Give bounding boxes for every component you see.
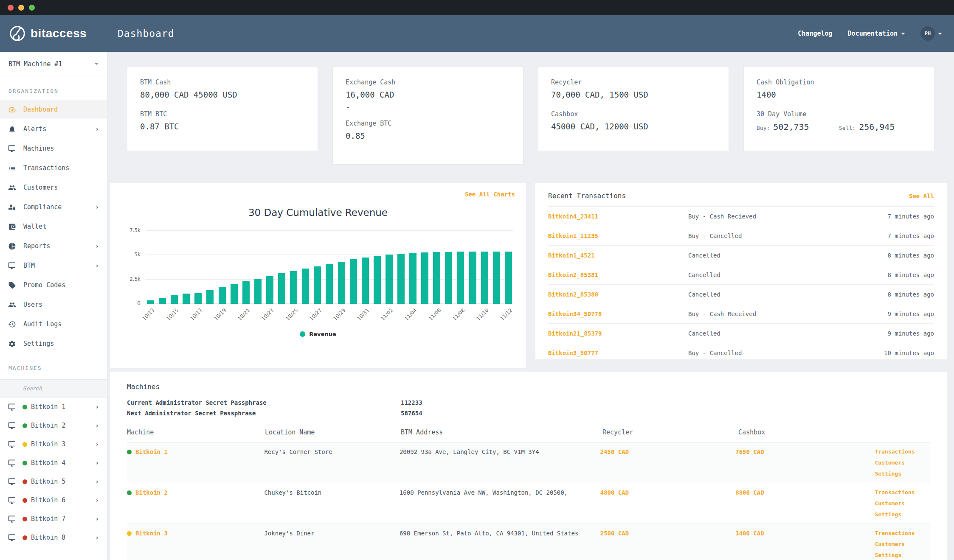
column-header-location: Location Name [265,428,401,436]
sidebar-machine-item[interactable]: Bitkoin 8 › [0,528,107,547]
transaction-id-link[interactable]: Bitkoin2_85380 [548,291,688,298]
machine-label: Bitkoin 8 [31,534,65,541]
chevron-right-icon: › [96,204,99,210]
revenue-bar [242,281,250,304]
customers-link[interactable]: Customers [875,541,905,547]
machine-name-link[interactable]: Bitkoin 3 [135,530,168,537]
sidebar-item-users[interactable]: Users [0,295,107,314]
sidebar-item-wallet[interactable]: Wallet [0,217,107,236]
search-input[interactable] [22,385,87,392]
documentation-menu[interactable]: Documentation [848,30,905,37]
transactions-link[interactable]: Transactions [875,448,915,455]
machine-cashbox-value[interactable]: 8800 CAD [735,489,875,518]
settings-link[interactable]: Settings [875,552,902,558]
x-tick [278,304,285,330]
transaction-row: Bitkoin34_50778 Buy - Cash Received 9 mi… [548,304,934,324]
transaction-id-link[interactable]: Bitkoin2_85381 [548,272,688,278]
pie-chart-icon [8,242,16,250]
sidebar-item-customers[interactable]: Customers [0,178,107,197]
column-header-cashbox: Cashbox [738,428,878,436]
customers-link[interactable]: Customers [875,500,905,507]
transaction-id-link[interactable]: Bitkoin21_85379 [548,330,688,337]
sidebar-item-promo-codes[interactable]: Promo Codes [0,275,107,295]
stat-value: 45000 CAD, 12000 USD [551,122,716,131]
machine-label: Bitkoin 7 [31,515,65,523]
machine-actions: TransactionsCustomersSettings [875,489,930,518]
avatar[interactable]: PH [920,26,935,41]
machine-recycler-value[interactable]: 2450 CAD [600,448,735,478]
y-tick-label: 5k [134,252,141,258]
settings-link[interactable]: Settings [875,470,902,477]
user-menu[interactable]: PH [920,26,942,41]
transactions-link[interactable]: Transactions [875,530,915,536]
stat-label: Exchange BTC [346,120,510,127]
x-tick: 11/12 [505,304,512,330]
sidebar-machine-item[interactable]: Bitkoin 4 › [0,454,107,472]
revenue-bar [469,252,476,304]
sidebar-item-dashboard[interactable]: Dashboard [0,100,107,119]
sidebar-machine-item[interactable]: Bitkoin 3 › [0,435,107,454]
bell-icon [8,125,16,133]
settings-link[interactable]: Settings [875,511,902,518]
machine-table-row: Bitkoin 3 Jokney's Diner 698 Emerson St,… [127,524,930,560]
nav-item-label: Machines [23,145,54,152]
sidebar-item-compliance[interactable]: Compliance › [0,197,107,217]
sidebar-item-btm[interactable]: BTM › [0,256,107,275]
brand[interactable]: bitaccess [0,25,107,42]
bitaccess-logo-icon [8,25,26,42]
users-icon [8,301,16,309]
chevron-right-icon: › [96,515,99,522]
window-close-button[interactable] [8,5,14,11]
monitor-icon [8,459,16,467]
transactions-link[interactable]: Transactions [875,489,915,496]
machine-cashbox-value[interactable]: 7650 CAD [735,448,875,478]
see-all-transactions-link[interactable]: See All [909,193,934,199]
transaction-id-link[interactable]: Bitkoin3_50777 [548,350,688,356]
transaction-id-link[interactable]: Bitkoin34_50778 [548,311,688,317]
transaction-id-link[interactable]: Bitkoin4_23411 [548,213,688,220]
transaction-row: Bitkoin2_85381 Cancelled 8 minutes ago [548,265,934,285]
wallet-icon [8,223,16,231]
changelog-link[interactable]: Changelog [798,30,832,37]
sidebar-item-alerts[interactable]: Alerts › [0,119,107,139]
machine-selector-dropdown[interactable]: BTM Machine #1 [0,52,107,76]
sidebar-item-audit-logs[interactable]: Audit Logs [0,314,107,334]
transaction-id-link[interactable]: Bitkoin1_4521 [548,252,688,259]
x-tick: 10/23 [266,304,273,330]
customers-link[interactable]: Customers [875,459,905,466]
chevron-right-icon: › [96,534,99,541]
machine-name-link[interactable]: Bitkoin 1 [135,448,168,455]
machine-name-link[interactable]: Bitkoin 2 [135,489,168,496]
transaction-time: 7 minutes ago [887,213,934,220]
revenue-bar [350,259,357,304]
machine-location: Recy's Corner Store [264,448,399,478]
status-dot [23,498,27,503]
machine-recycler-value[interactable]: 4800 CAD [600,489,735,518]
sidebar-machine-item[interactable]: Bitkoin 1 › [0,398,107,416]
main-content: BTM Cash 80,000 CAD 45000 USD BTM BTC 0.… [107,52,954,560]
window-zoom-button[interactable] [29,5,35,11]
sidebar-machine-item[interactable]: Bitkoin 5 › [0,472,107,491]
chart-legend[interactable]: Revenue [121,331,515,337]
x-tick: 10/17 [194,304,202,330]
transaction-row: Bitkoin1_11235 Buy - Cancelled 7 minutes… [548,226,934,246]
see-all-charts-link[interactable]: See All Charts [121,191,515,198]
transaction-id-link[interactable]: Bitkoin1_11235 [548,232,688,239]
machine-cashbox-value[interactable]: 1400 CAD [735,530,875,559]
sidebar-machine-item[interactable]: Bitkoin 6 › [0,491,107,510]
window-minimize-button[interactable] [18,5,24,11]
sidebar-machine-item[interactable]: Bitkoin 2 › [0,416,107,435]
sidebar-item-settings[interactable]: Settings [0,334,107,353]
legend-marker-icon [300,331,305,337]
legend-label: Revenue [309,331,336,337]
machine-label: Bitkoin 4 [31,459,65,467]
revenue-bar [421,252,428,304]
machine-recycler-value[interactable]: 2500 CAD [600,530,735,559]
organization-section-label: ORGANIZATION [0,76,107,100]
transaction-time: 8 minutes ago [887,272,934,278]
status-dot [23,517,27,521]
sidebar-machine-item[interactable]: Bitkoin 7 › [0,510,107,528]
sidebar-item-machines[interactable]: Machines [0,139,107,158]
sidebar-item-transactions[interactable]: Transactions [0,158,107,178]
sidebar-item-reports[interactable]: Reports › [0,236,107,256]
